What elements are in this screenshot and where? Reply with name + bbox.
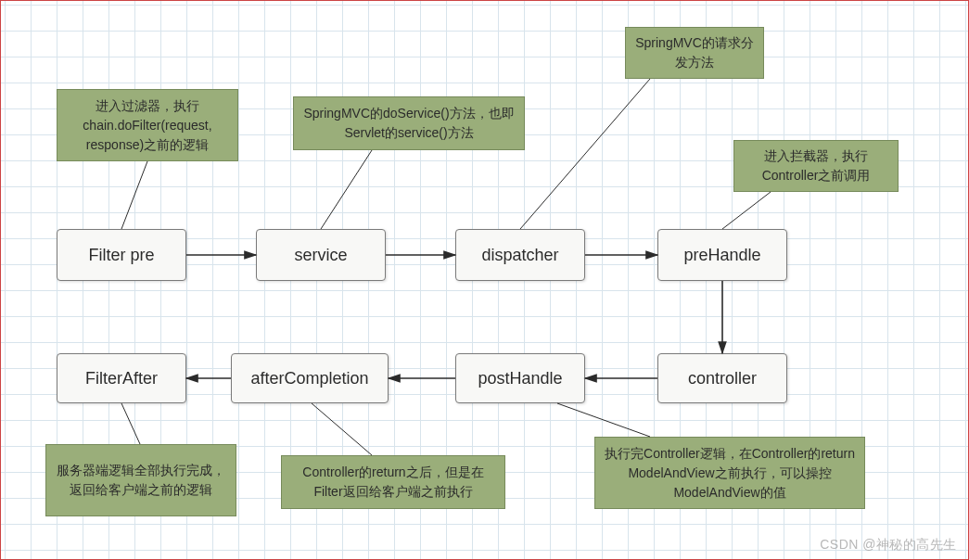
note-dispatcher: SpringMVC的请求分发方法 [625, 27, 764, 79]
svg-line-0 [121, 161, 147, 229]
watermark: CSDN @神秘的高先生 [820, 537, 957, 554]
note-service: SpringMVC的doService()方法，也即Servlet的servic… [293, 96, 525, 150]
node-pre-handle: preHandle [657, 229, 787, 281]
svg-line-13 [557, 403, 650, 437]
note-after-completion: Controller的return之后，但是在Filter返回给客户端之前执行 [281, 455, 505, 509]
svg-line-1 [321, 150, 372, 229]
node-post-handle: postHandle [455, 353, 585, 403]
svg-line-3 [722, 192, 771, 229]
svg-line-12 [312, 403, 372, 455]
node-service: service [256, 229, 386, 281]
svg-line-2 [520, 79, 650, 229]
svg-line-11 [121, 403, 140, 444]
node-controller: controller [657, 353, 787, 403]
node-dispatcher: dispatcher [455, 229, 585, 281]
node-filter-pre: Filter pre [57, 229, 186, 281]
note-post-handle: 执行完Controller逻辑，在Controller的return Model… [594, 437, 865, 509]
diagram-canvas: 进入过滤器，执行chain.doFilter(request, response… [0, 0, 969, 560]
note-pre-handle: 进入拦截器，执行Controller之前调用 [733, 140, 899, 192]
note-filter-after: 服务器端逻辑全部执行完成，返回给客户端之前的逻辑 [45, 444, 236, 516]
node-after-completion: afterCompletion [231, 353, 389, 403]
node-filter-after: FilterAfter [57, 353, 186, 403]
note-filter-pre: 进入过滤器，执行chain.doFilter(request, response… [57, 89, 238, 161]
